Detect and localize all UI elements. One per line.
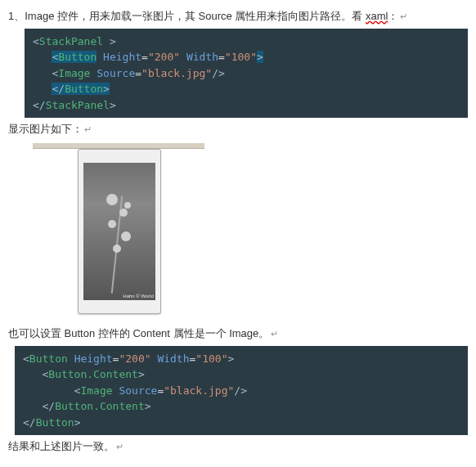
text: 也可以设置 Button 控件的 Content 属性是一个 Image。: [8, 327, 269, 339]
image-watermark: Hahn © World: [123, 294, 154, 299]
list-number: 1、: [8, 10, 25, 22]
text-part: ：: [388, 10, 398, 22]
line-break-mark: ↵: [84, 124, 92, 134]
spellcheck-word: xaml: [366, 10, 388, 22]
text: 显示图片如下：: [8, 123, 83, 135]
paragraph-4: 结果和上述图片一致。↵: [8, 438, 468, 456]
line-break-mark: ↵: [271, 329, 278, 339]
paragraph-2: 显示图片如下：↵: [8, 121, 468, 138]
line-break-mark: ↵: [116, 442, 123, 451]
paragraph-3: 也可以设置 Button 控件的 Content 属性是一个 Image。↵: [8, 326, 468, 343]
text-part: Image 控件，用来加载一张图片，其 Source 属性用来指向图片路径。看: [25, 10, 366, 22]
paragraph-1: 1、Image 控件，用来加载一张图片，其 Source 属性用来指向图片路径。…: [8, 8, 468, 25]
window-titlebar: [33, 143, 204, 149]
demo-button: Hahn © World: [78, 149, 161, 314]
code-block-1: <StackPanel > <Button Height="200" Width…: [25, 29, 468, 119]
line-break-mark: ↵: [400, 11, 407, 21]
code-block-2: <Button Height="200" Width="100"> <Butto…: [15, 346, 468, 436]
demo-output: Hahn © World: [33, 143, 468, 314]
demo-image: Hahn © World: [83, 163, 155, 300]
text: 结果和上述图片一致。: [8, 440, 115, 452]
